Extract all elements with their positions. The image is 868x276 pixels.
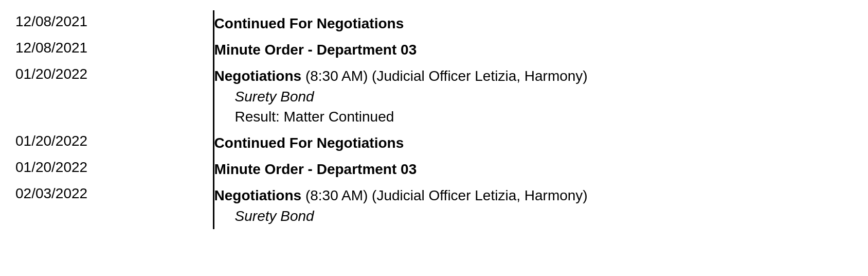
table-row: 01/20/2022 Minute Order - Department 03: [15, 156, 853, 182]
event-bold-text: Continued For Negotiations: [214, 135, 404, 151]
divider-cell: [209, 182, 213, 229]
event-main-line: Minute Order - Department 03: [214, 159, 853, 179]
event-cell: Continued For Negotiations: [213, 130, 853, 156]
table-row: 01/20/2022 Negotiations (8:30 AM) (Judic…: [15, 63, 853, 130]
event-normal-text: (8:30 AM) (Judicial Officer Letizia, Har…: [301, 187, 588, 203]
date-cell: 12/08/2021: [15, 10, 209, 37]
event-main-line: Negotiations (8:30 AM) (Judicial Officer…: [214, 185, 853, 205]
date-cell: 01/20/2022: [15, 63, 209, 130]
table-row: 12/08/2021 Minute Order - Department 03: [15, 37, 853, 63]
event-bold-text: Minute Order - Department 03: [214, 161, 417, 177]
event-sub-line: Result: Matter Continued: [214, 107, 853, 127]
divider-cell: [209, 156, 213, 182]
divider-cell: [209, 10, 213, 37]
table-row: 02/03/2022 Negotiations (8:30 AM) (Judic…: [15, 182, 853, 229]
court-events-table: 12/08/2021 Continued For Negotiations12/…: [15, 10, 853, 229]
event-main-line: Negotiations (8:30 AM) (Judicial Officer…: [214, 66, 853, 86]
event-bold-text: Continued For Negotiations: [214, 15, 404, 31]
event-cell: Continued For Negotiations: [213, 10, 853, 37]
event-normal-text: (8:30 AM) (Judicial Officer Letizia, Har…: [301, 68, 588, 84]
event-bold-text: Negotiations: [214, 68, 302, 84]
table-row: 01/20/2022 Continued For Negotiations: [15, 130, 853, 156]
date-cell: 01/20/2022: [15, 156, 209, 182]
date-cell: 12/08/2021: [15, 37, 209, 63]
event-bold-text: Negotiations: [214, 187, 302, 203]
event-sub-line: Surety Bond: [214, 87, 853, 107]
event-cell: Minute Order - Department 03: [213, 37, 853, 63]
event-main-line: Continued For Negotiations: [214, 13, 853, 33]
table-row: 12/08/2021 Continued For Negotiations: [15, 10, 853, 37]
event-main-line: Minute Order - Department 03: [214, 40, 853, 60]
event-bold-text: Minute Order - Department 03: [214, 42, 417, 58]
divider-cell: [209, 130, 213, 156]
event-cell: Minute Order - Department 03: [213, 156, 853, 182]
event-cell: Negotiations (8:30 AM) (Judicial Officer…: [213, 182, 853, 229]
event-main-line: Continued For Negotiations: [214, 133, 853, 153]
date-cell: 02/03/2022: [15, 182, 209, 229]
event-cell: Negotiations (8:30 AM) (Judicial Officer…: [213, 63, 853, 130]
divider-cell: [209, 37, 213, 63]
event-sub-line: Surety Bond: [214, 206, 853, 226]
date-cell: 01/20/2022: [15, 130, 209, 156]
divider-cell: [209, 63, 213, 130]
